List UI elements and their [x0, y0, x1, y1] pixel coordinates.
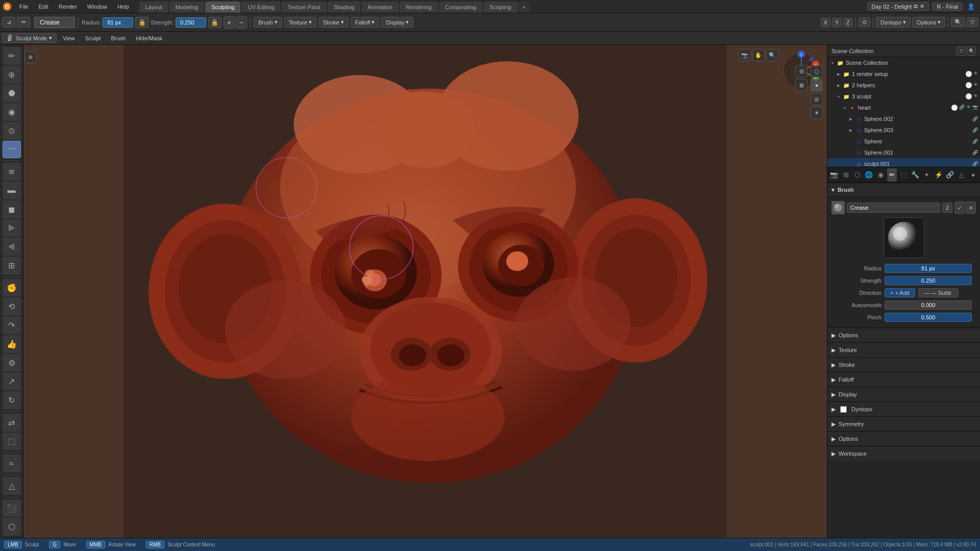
direction-add-btn[interactable]: + + Add	[885, 288, 915, 297]
tab-texture-paint[interactable]: Texture Paint	[281, 2, 326, 13]
strength-value[interactable]: 0.250	[176, 17, 206, 28]
radius-lock-btn[interactable]: 🔒	[135, 17, 149, 28]
outliner-sphere-002[interactable]: ▶ ◎ Sphere.002 🔗	[827, 113, 980, 124]
viewport-y-axis[interactable]: Y	[832, 18, 842, 27]
autosmooth-prop-value[interactable]: 0.000	[885, 300, 972, 310]
menu-window[interactable]: Window	[82, 0, 112, 13]
tab-modeling[interactable]: Modeling	[169, 2, 205, 13]
pinch-prop-value[interactable]: 0.500	[885, 313, 972, 322]
prop-tab-output[interactable]: ⊞	[841, 168, 851, 182]
symmetry-section-header[interactable]: ▶ Symmetry	[827, 417, 980, 431]
shading-rendered-btn[interactable]: ☀	[811, 107, 823, 119]
tab-uv-editing[interactable]: UV Editing	[241, 2, 280, 13]
brush-name-input[interactable]: Crease	[847, 203, 940, 213]
tab-scripting[interactable]: Scripting	[483, 2, 518, 13]
rotate-tool-btn[interactable]: ↻	[3, 391, 21, 409]
subtract-btn[interactable]: −	[236, 16, 247, 29]
stroke-dropdown-btn[interactable]: Stroke ▾	[318, 17, 349, 28]
brush-dropdown-btn[interactable]: Brush ▾	[254, 17, 282, 28]
options2-section-header[interactable]: ▶ Options	[827, 432, 980, 446]
prop-tab-object[interactable]: ⬚	[899, 168, 909, 182]
view-btn[interactable]: View	[59, 34, 79, 42]
tab-compositing[interactable]: Compositing	[439, 2, 482, 13]
boundary-tool-btn[interactable]: ⬚	[3, 433, 21, 450]
simplify-tool-btn[interactable]: △	[3, 477, 21, 495]
brush-btn[interactable]: Brush	[107, 34, 130, 42]
tab-sculpting[interactable]: Sculpting	[205, 2, 240, 13]
tab-animation[interactable]: Animation	[361, 2, 399, 13]
prop-tab-material[interactable]: ●	[968, 168, 978, 182]
prop-tab-view-layer[interactable]: ⬡	[852, 168, 862, 182]
outliner-filter-btn[interactable]: ▽	[957, 46, 966, 56]
shading-wireframe-btn[interactable]: ⬡	[811, 65, 823, 78]
prop-tab-data[interactable]: △	[957, 168, 967, 182]
viewport-zoom-btn[interactable]: 🔍	[766, 49, 778, 61]
brush-delete-btn[interactable]: ✕	[966, 202, 976, 214]
stroke-section-header[interactable]: ▶ Stroke	[827, 358, 980, 372]
fill-tool-btn[interactable]: ◼	[3, 201, 21, 218]
strength-prop-value[interactable]: 0.250	[885, 276, 972, 285]
radius-value[interactable]: 81 px	[103, 17, 133, 28]
file-close-icon[interactable]: ✕	[920, 3, 924, 10]
menu-edit[interactable]: Edit	[34, 0, 54, 13]
brush-section-header[interactable]: ▾ Brush	[827, 183, 980, 197]
outliner-scene-collection[interactable]: ▾ 📁 Scene Collection	[827, 57, 980, 68]
texture-dropdown-btn[interactable]: Texture ▾	[284, 17, 316, 28]
tab-rendering[interactable]: Rendering	[400, 2, 438, 13]
nudge-tool-btn[interactable]: ↗	[3, 372, 21, 390]
tab-add-button[interactable]: +	[519, 2, 530, 13]
workspace-section-header[interactable]: ▶ Workspace	[827, 446, 980, 461]
tab-layout[interactable]: Layout	[139, 2, 168, 13]
elastic-deform-tool-btn[interactable]: ⟲	[3, 297, 21, 315]
mask-tool-btn[interactable]: ⬛	[3, 499, 21, 517]
direction-subtract-btn[interactable]: — — Subtr.	[918, 288, 959, 297]
falloff-dropdown-btn[interactable]: Falloff ▾	[351, 17, 380, 28]
prop-tab-active-tool[interactable]: ✏	[887, 168, 897, 182]
menu-file[interactable]: File	[14, 0, 34, 13]
prop-tab-world[interactable]: ◉	[876, 168, 886, 182]
xray-toggle-btn[interactable]: ⊞	[795, 79, 807, 91]
add-btn[interactable]: +	[224, 16, 235, 29]
brush-icon-small[interactable]	[831, 201, 845, 214]
inflate-tool-btn[interactable]: ◉	[3, 103, 21, 121]
smooth-tool-btn[interactable]: ≋	[3, 163, 21, 181]
outliner-sphere-001[interactable]: ◎ Sphere.001 🔗	[827, 147, 980, 158]
texture-section-header[interactable]: ▶ Texture	[827, 343, 980, 357]
dyntopo-btn[interactable]: Dyntopo ▾	[876, 17, 911, 28]
prop-tab-physics[interactable]: ⚡	[934, 168, 943, 182]
file-name-display[interactable]: Day 02 - Delight ⧉ ✕	[867, 2, 929, 11]
tab-shading[interactable]: Shading	[328, 2, 360, 13]
clay-strips-tool-btn[interactable]: ⬣	[3, 84, 21, 102]
sculpt-btn[interactable]: Sculpt	[81, 34, 105, 42]
flatten-tool-btn[interactable]: ▬	[3, 182, 21, 199]
prop-tab-constraints[interactable]: 🔗	[945, 168, 955, 182]
viewport-x-axis[interactable]: X	[821, 18, 830, 27]
dyntopo-checkbox[interactable]	[840, 406, 847, 413]
multiplane-scrape-tool-btn[interactable]: ⫷	[3, 238, 21, 256]
outliner-sphere[interactable]: ◎ Sphere 🔗	[827, 136, 980, 147]
grab-tool-btn[interactable]: ✊	[3, 279, 21, 297]
thumb-tool-btn[interactable]: 👍	[3, 335, 21, 353]
pinch-tool-btn[interactable]: ⊞	[3, 257, 21, 274]
draw-face-sets-btn[interactable]: ⬡	[3, 518, 21, 536]
prop-tab-render[interactable]: 📷	[829, 168, 839, 182]
brush-save-btn[interactable]: ✓	[954, 202, 965, 214]
options-btn[interactable]: Options ▾	[912, 17, 945, 28]
outliner-search-btn[interactable]: 🔍	[967, 46, 976, 56]
prop-tab-scene[interactable]: 🌐	[864, 168, 874, 182]
cloth-tool-btn[interactable]: ≈	[3, 455, 21, 472]
viewport-z-axis[interactable]: Z	[843, 18, 853, 27]
viewport[interactable]: X Y Z 📷 ✋ 🔍 ⬡ ● ◎	[23, 45, 827, 538]
radius-prop-value[interactable]: 81 px	[885, 264, 972, 273]
menu-help[interactable]: Help	[112, 0, 134, 13]
shading-solid-btn[interactable]: ●	[811, 79, 823, 91]
scrape-tool-btn[interactable]: ⫸	[3, 219, 21, 237]
pose-tool-btn[interactable]: ⚙	[3, 354, 21, 372]
proportional-edit-btn[interactable]: ⊙	[859, 17, 870, 27]
prop-tab-particles[interactable]: ✦	[922, 168, 932, 182]
clay-tool-btn[interactable]: ⊕	[3, 66, 21, 84]
slide-relax-tool-btn[interactable]: ⇄	[3, 414, 21, 432]
blob-tool-btn[interactable]: ⊙	[3, 122, 21, 140]
outliner-render-setup[interactable]: ▶ 📁 1 render setup 👁	[827, 68, 980, 80]
brush-name-display[interactable]: Crease	[34, 17, 75, 28]
